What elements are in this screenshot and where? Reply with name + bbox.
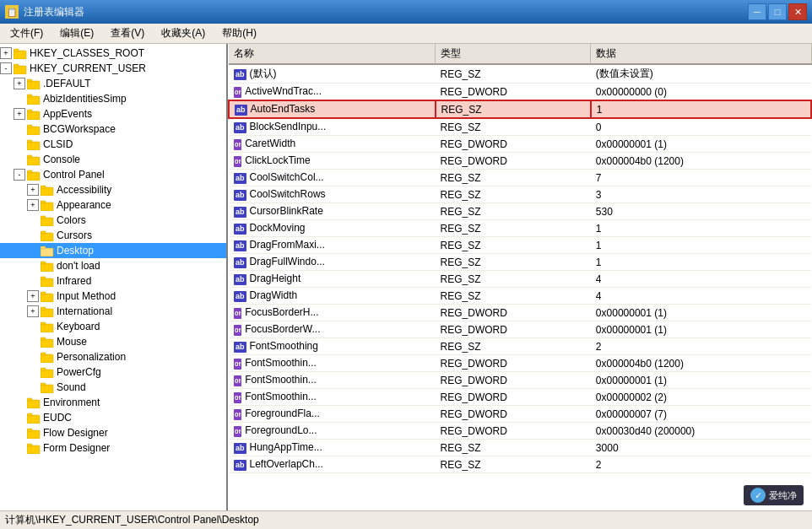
table-row[interactable]: abBlockSendInpu...REG_SZ0: [229, 118, 811, 136]
tree-item-appearance[interactable]: + Appearance: [0, 197, 226, 213]
folder-icon: [14, 63, 27, 74]
tree-item-bcgworkspace[interactable]: BCGWorkspace: [0, 121, 226, 137]
tree-item-clsid[interactable]: CLSID: [0, 137, 226, 152]
folder-icon: [41, 200, 54, 211]
tree-pane[interactable]: + HKEY_CLASSES_ROOT- HKEY_CURRENT_USER+ …: [0, 44, 228, 510]
table-row[interactable]: abHungAppTime...REG_SZ3000: [229, 440, 811, 456]
tree-item-hkey_current_user[interactable]: - HKEY_CURRENT_USER: [0, 61, 226, 76]
menu-item-f[interactable]: 文件(F): [3, 24, 50, 42]
tree-item-console[interactable]: Console: [0, 152, 226, 167]
cell-name-16: abFontSmoothing: [229, 338, 436, 355]
menu-item-e[interactable]: 编辑(E): [53, 24, 100, 42]
tree-expand-accessibility[interactable]: +: [27, 184, 39, 196]
tree-expand-hkey_current_user[interactable]: -: [0, 62, 12, 74]
cell-name-14: 0fFocusBorderH...: [229, 305, 436, 321]
table-row[interactable]: 0fForegroundFla...REG_DWORD0x00000007 (7…: [229, 406, 811, 423]
tree-expand-international[interactable]: +: [27, 305, 39, 317]
title-text: 注册表编辑器: [24, 5, 84, 19]
tree-item-accessibility[interactable]: + Accessibility: [0, 182, 226, 197]
table-row[interactable]: abDragWidthREG_SZ4: [229, 288, 811, 305]
folder-icon: [27, 154, 41, 165]
table-row[interactable]: 0fFontSmoothin...REG_DWORD0x00000002 (2): [229, 389, 811, 406]
table-row[interactable]: 0fForegroundLo...REG_DWORD0x00030d40 (20…: [229, 423, 811, 440]
tree-expand-appevents[interactable]: +: [14, 108, 25, 120]
table-row[interactable]: 0fFocusBorderH...REG_DWORD0x00000001 (1): [229, 305, 811, 321]
tree-item-colors[interactable]: Colors: [0, 213, 226, 228]
folder-icon: [41, 291, 54, 302]
menu-item-h[interactable]: 帮助(H): [215, 24, 263, 42]
values-pane[interactable]: 名称 类型 数据 ab(默认)REG_SZ(数值未设置)0fActiveWndT…: [228, 44, 812, 510]
reg-icon-inner-14: 0f: [234, 308, 241, 319]
tree-item-powercfg[interactable]: PowerCfg: [0, 364, 226, 380]
tree-item-international[interactable]: + International: [0, 304, 226, 319]
tree-item-personalization[interactable]: Personalization: [0, 349, 226, 364]
cell-name-18: 0fFontSmoothin...: [229, 372, 436, 389]
table-row[interactable]: abCoolSwitchCol...REG_SZ7: [229, 170, 811, 186]
cell-name-3: abBlockSendInpu...: [229, 118, 436, 136]
tree-item-formdesigner[interactable]: Form Designer: [0, 440, 226, 456]
tree-item-cursors[interactable]: Cursors: [0, 228, 226, 243]
tree-expand-appearance[interactable]: +: [27, 199, 39, 211]
svg-rect-7: [27, 94, 32, 97]
tree-item-controlpanel[interactable]: - Control Panel: [0, 167, 226, 182]
cell-name-text-2: AutoEndTasks: [251, 103, 316, 115]
cell-type-17: REG_DWORD: [436, 355, 591, 372]
tree-expand-default[interactable]: +: [14, 78, 25, 89]
folder-icon: [27, 428, 41, 439]
table-row[interactable]: 0fFontSmoothin...REG_DWORD0x000004b0 (12…: [229, 355, 811, 372]
cell-name-13: abDragWidth: [229, 288, 436, 305]
menu-item-v[interactable]: 查看(V): [104, 24, 151, 42]
table-row[interactable]: 0fFocusBorderW...REG_DWORD0x00000001 (1): [229, 321, 811, 338]
tree-item-flowdesigner[interactable]: Flow Designer: [0, 425, 226, 440]
svg-rect-46: [27, 400, 40, 408]
tree-item-sound[interactable]: Sound: [0, 380, 226, 395]
reg-icon-23: ab: [234, 460, 246, 471]
table-row[interactable]: abCoolSwitchRowsREG_SZ3: [229, 186, 811, 203]
tree-item-mouse[interactable]: Mouse: [0, 334, 226, 349]
table-row[interactable]: 0fClickLockTimeREG_DWORD0x000004b0 (1200…: [229, 153, 811, 170]
cell-name-1: 0fActiveWndTrac...: [229, 84, 436, 101]
title-bar: 📋 注册表编辑器 ─ □ ✕: [0, 0, 812, 24]
close-button[interactable]: ✕: [788, 3, 807, 20]
tree-item-default[interactable]: + .DEFAULT: [0, 76, 226, 91]
tree-item-inputmethod[interactable]: + Input Method: [0, 289, 226, 304]
svg-rect-15: [27, 155, 32, 158]
tree-item-eudc[interactable]: EUDC: [0, 410, 226, 425]
tree-label-powercfg: PowerCfg: [57, 366, 101, 378]
cell-data-22: 3000: [591, 440, 811, 456]
values-body: ab(默认)REG_SZ(数值未设置)0fActiveWndTrac...REG…: [229, 64, 811, 473]
reg-icon-20: 0f: [234, 409, 241, 420]
tree-item-keyboard[interactable]: Keyboard: [0, 319, 226, 334]
menu-item-a[interactable]: 收藏夹(A): [154, 24, 212, 42]
tree-item-desktop[interactable]: Desktop: [0, 243, 226, 258]
cell-name-8: abCursorBlinkRate: [229, 203, 436, 220]
svg-rect-34: [41, 309, 53, 317]
tree-item-environment[interactable]: Environment: [0, 395, 226, 410]
maximize-button[interactable]: □: [768, 3, 787, 20]
tree-item-dontload[interactable]: don't load: [0, 258, 226, 273]
tree-item-abizidentities[interactable]: AbizIdentitiesSimp: [0, 91, 226, 106]
table-row[interactable]: 0fActiveWndTrac...REG_DWORD0x00000000 (0…: [229, 84, 811, 101]
table-row[interactable]: abDragFromMaxi...REG_SZ1: [229, 237, 811, 254]
table-row[interactable]: abCursorBlinkRateREG_SZ530: [229, 203, 811, 220]
table-row[interactable]: ab(默认)REG_SZ(数值未设置): [229, 64, 811, 84]
table-row[interactable]: abAutoEndTasksREG_SZ1: [229, 100, 811, 118]
table-row[interactable]: abDragFullWindo...REG_SZ1: [229, 254, 811, 271]
tree-label-mouse: Mouse: [57, 336, 87, 348]
table-row[interactable]: abDragHeightREG_SZ4: [229, 271, 811, 288]
table-row[interactable]: abDockMovingREG_SZ1: [229, 220, 811, 237]
table-row[interactable]: 0fCaretWidthREG_DWORD0x00000001 (1): [229, 136, 811, 153]
reg-icon-inner-19: 0f: [234, 392, 241, 403]
tree-item-appevents[interactable]: + AppEvents: [0, 106, 226, 121]
tree-item-infrared[interactable]: Infrared: [0, 273, 226, 289]
svg-rect-4: [27, 81, 40, 89]
tree-expand-hkey_classes_root[interactable]: +: [0, 47, 12, 59]
table-row[interactable]: 0fFontSmoothin...REG_DWORD0x00000001 (1): [229, 372, 811, 389]
table-row[interactable]: abFontSmoothingREG_SZ2: [229, 338, 811, 355]
minimize-button[interactable]: ─: [748, 3, 766, 20]
tree-item-hkey_classes_root[interactable]: + HKEY_CLASSES_ROOT: [0, 46, 226, 61]
table-row[interactable]: abLeftOverlapCh...REG_SZ2: [229, 456, 811, 473]
tree-expand-controlpanel[interactable]: -: [14, 169, 25, 181]
tree-expand-inputmethod[interactable]: +: [27, 290, 39, 302]
tree-label-console: Console: [43, 154, 80, 165]
